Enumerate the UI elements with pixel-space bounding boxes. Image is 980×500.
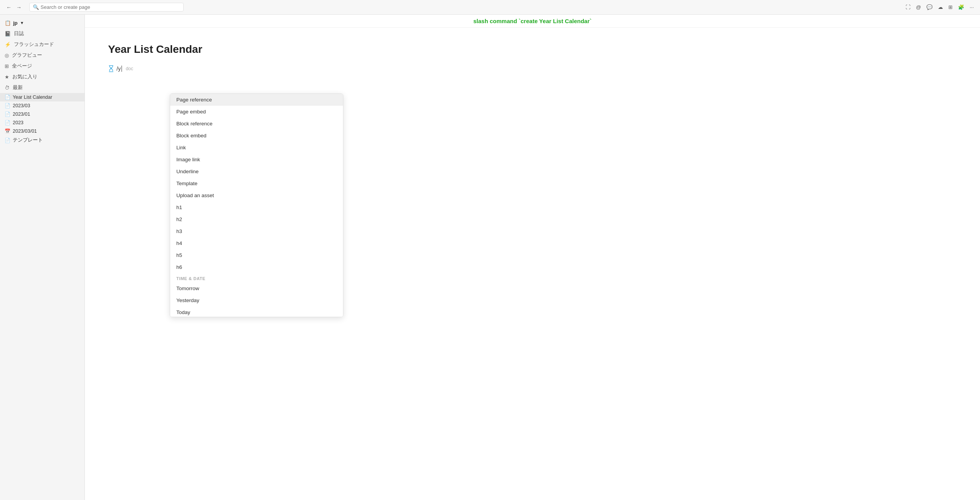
app-body: 📋 jp ▾ 📓 日誌 ⚡ フラッシュカード ◎ グラフビュー ⊞ 全ページ ★… — [0, 15, 980, 500]
dropdown-item-h1[interactable]: h1 — [170, 201, 343, 213]
flashcard-icon: ⚡ — [5, 42, 11, 47]
dropdown-item-h6[interactable]: h6 — [170, 261, 343, 273]
recent-icon: ⏱ — [5, 85, 10, 91]
workspace-label: jp — [13, 20, 18, 26]
dropdown-item-template[interactable]: Template — [170, 177, 343, 189]
editor-input-area[interactable]: /y — [117, 66, 122, 72]
page-label-2023-03-01: 2023/03/01 — [13, 128, 37, 134]
favorites-label: お気に入り — [12, 73, 37, 80]
titlebar-right: ⛶ @ 💬 ☁ ⊞ 🧩 ··· — [904, 3, 975, 11]
recent-label: 最新 — [13, 84, 23, 91]
dropdown-item-yesterday[interactable]: Yesterday — [170, 294, 343, 306]
sidebar-page-year-list-calendar[interactable]: 📄 Year List Calendar — [0, 93, 84, 101]
time-date-section-label: TIME & DATE — [170, 273, 343, 282]
dropdown-item-underline[interactable]: Underline — [170, 166, 343, 177]
page-icon-2023: 📄 — [5, 120, 10, 125]
search-bar[interactable]: 🔍 — [29, 3, 184, 12]
page-label-year: Year List Calendar — [13, 95, 52, 100]
all-pages-label: 全ページ — [12, 62, 32, 69]
sidebar-item-favorites[interactable]: ★ お気に入り — [0, 71, 84, 82]
editor-line: /y doc — [108, 65, 957, 73]
journal-icon: 📓 — [5, 31, 11, 37]
text-cursor — [122, 66, 122, 72]
fullscreen-button[interactable]: ⛶ — [904, 3, 912, 11]
bullet-icon — [108, 66, 114, 72]
graph-label: グラフビュー — [12, 52, 42, 59]
dropdown-item-block-reference[interactable]: Block reference — [170, 118, 343, 130]
sidebar: 📋 jp ▾ 📓 日誌 ⚡ フラッシュカード ◎ グラフビュー ⊞ 全ページ ★… — [0, 15, 85, 500]
all-pages-icon: ⊞ — [5, 63, 9, 69]
puzzle-button[interactable]: 🧩 — [956, 3, 966, 11]
graph-icon: ◎ — [5, 52, 9, 58]
search-icon: 🔍 — [33, 4, 39, 10]
dropdown-item-image-link[interactable]: Image link — [170, 154, 343, 166]
chat-button[interactable]: 💬 — [925, 3, 934, 11]
flashcard-label: フラッシュカード — [14, 41, 54, 48]
sidebar-page-2023-01[interactable]: 📄 2023/01 — [0, 110, 84, 118]
page-icon-2023-03: 📄 — [5, 103, 10, 108]
slash-text: /y — [117, 66, 121, 72]
favorites-icon: ★ — [5, 74, 9, 80]
page-title: Year List Calendar — [108, 43, 957, 56]
dropdown-item-page-reference[interactable]: Page reference — [170, 94, 343, 106]
page-icon-year: 📄 — [5, 95, 10, 100]
workspace-icon: 📋 — [5, 20, 11, 26]
nav-forward-button[interactable]: → — [15, 3, 23, 12]
sidebar-item-flashcard[interactable]: ⚡ フラッシュカード — [0, 39, 84, 50]
workspace-chevron: ▾ — [21, 20, 23, 25]
svg-point-0 — [110, 68, 112, 69]
page-icon-2023-03-01: 📅 — [5, 128, 10, 134]
layout-button[interactable]: ⊞ — [947, 3, 954, 11]
workspace-item[interactable]: 📋 jp ▾ — [0, 18, 84, 28]
sidebar-page-2023[interactable]: 📄 2023 — [0, 118, 84, 127]
cloud-button[interactable]: ☁ — [936, 3, 945, 11]
editor-area: /y doc — [108, 65, 957, 73]
content-area: slash command `create Year List Calendar… — [85, 15, 980, 500]
journal-label: 日誌 — [14, 30, 24, 37]
page-label-2023-03: 2023/03 — [13, 103, 30, 108]
dropdown-item-h5[interactable]: h5 — [170, 249, 343, 261]
dropdown-item-link[interactable]: Link — [170, 142, 343, 154]
nav-back-button[interactable]: ← — [5, 3, 13, 12]
dropdown-item-upload-asset[interactable]: Upload an asset — [170, 189, 343, 201]
announcement-banner: slash command `create Year List Calendar… — [85, 15, 980, 28]
announcement-text: slash command `create Year List Calendar… — [473, 18, 592, 24]
search-input[interactable] — [41, 4, 180, 10]
dropdown-item-page-embed[interactable]: Page embed — [170, 106, 343, 118]
titlebar: ← → 🔍 ⛶ @ 💬 ☁ ⊞ 🧩 ··· — [0, 0, 980, 15]
slash-command-dropdown[interactable]: Page reference Page embed Block referenc… — [170, 93, 343, 317]
page-icon-template: 📄 — [5, 138, 10, 143]
page-content[interactable]: Year List Calendar /y doc — [85, 28, 980, 500]
sidebar-item-journal[interactable]: 📓 日誌 — [0, 28, 84, 39]
editor-hint: doc — [126, 66, 133, 71]
titlebar-nav: ← → — [5, 3, 23, 12]
sidebar-page-2023-03-01[interactable]: 📅 2023/03/01 — [0, 127, 84, 135]
page-label-template: テンプレート — [13, 137, 43, 144]
sidebar-item-recent[interactable]: ⏱ 最新 — [0, 82, 84, 93]
dropdown-item-h3[interactable]: h3 — [170, 225, 343, 237]
dropdown-item-h2[interactable]: h2 — [170, 213, 343, 225]
page-label-2023-01: 2023/01 — [13, 111, 30, 117]
sidebar-item-all-pages[interactable]: ⊞ 全ページ — [0, 61, 84, 71]
sidebar-item-graph[interactable]: ◎ グラフビュー — [0, 50, 84, 61]
more-button[interactable]: ··· — [968, 3, 975, 11]
sidebar-page-template[interactable]: 📄 テンプレート — [0, 135, 84, 145]
page-icon-2023-01: 📄 — [5, 111, 10, 117]
sidebar-page-2023-03[interactable]: 📄 2023/03 — [0, 101, 84, 110]
at-button[interactable]: @ — [914, 3, 923, 11]
dropdown-item-h4[interactable]: h4 — [170, 237, 343, 249]
dropdown-item-today[interactable]: Today — [170, 306, 343, 317]
dropdown-item-block-embed[interactable]: Block embed — [170, 130, 343, 142]
page-label-2023: 2023 — [13, 120, 24, 125]
dropdown-item-tomorrow[interactable]: Tomorrow — [170, 282, 343, 294]
